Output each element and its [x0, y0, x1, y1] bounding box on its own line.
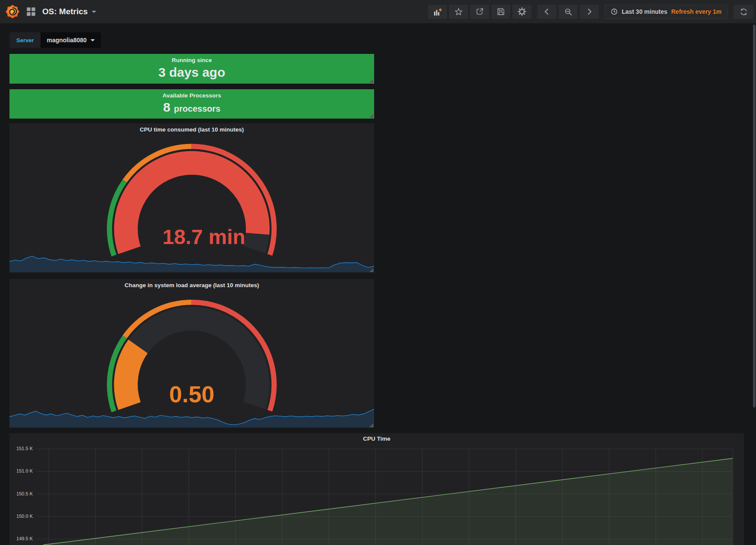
- panel-load-average-gauge: 0.50 Change in system load average (last…: [9, 279, 374, 428]
- panel-cpu-time-gauge: 18.7 min CPU time consumed (last 10 minu…: [9, 123, 374, 273]
- panel-title[interactable]: CPU time consumed (last 10 minutes): [9, 123, 374, 133]
- panel-cpu-time-chart: CPU Time 151.5 K 151.0 K 150.5 K 150.0 K…: [9, 433, 744, 545]
- refresh-button[interactable]: [734, 5, 753, 19]
- grafana-dashboard: { "navbar": { "title": "OS: Metrics", "t…: [0, 0, 756, 545]
- gear-icon: [518, 7, 526, 16]
- panel-title[interactable]: Running since: [9, 54, 374, 63]
- share-button[interactable]: [470, 5, 489, 19]
- panel-available-processors: Available Processors 8 processors: [9, 89, 374, 119]
- variable-server-label: Server: [9, 32, 41, 48]
- zoom-out-button[interactable]: [559, 5, 578, 19]
- time-back-button[interactable]: [537, 5, 556, 19]
- panel-resize-handle[interactable]: [369, 114, 373, 118]
- clock-icon: [611, 8, 618, 15]
- y-axis-tick: 151.5 K: [9, 446, 33, 451]
- save-icon: [497, 7, 505, 16]
- gauge-value: 18.7 min: [162, 226, 245, 248]
- y-axis-tick: 151.0 K: [9, 468, 33, 473]
- dashboard-picker-button[interactable]: [26, 7, 36, 16]
- y-axis-tick: 149.5 K: [9, 536, 33, 541]
- add-panel-icon: [433, 7, 442, 16]
- save-button[interactable]: [491, 5, 510, 19]
- panel-title[interactable]: Change in system load average (last 10 m…: [9, 279, 374, 288]
- navbar: OS: Metrics: [0, 0, 756, 23]
- stat-value: 3 days ago: [9, 65, 374, 80]
- star-icon: [454, 7, 463, 16]
- time-forward-button[interactable]: [580, 5, 599, 19]
- panel-resize-handle[interactable]: [369, 423, 373, 427]
- cpu-time-plot[interactable]: [9, 433, 744, 545]
- time-range-label: Last 30 minutes: [622, 8, 667, 15]
- panel-title[interactable]: Available Processors: [9, 89, 374, 99]
- star-button[interactable]: [449, 5, 468, 19]
- grafana-logo[interactable]: [5, 4, 20, 19]
- refresh-interval-label: Refresh every 1m: [671, 8, 722, 15]
- dashboard-title[interactable]: OS: Metrics: [42, 7, 96, 16]
- y-axis-tick: 150.5 K: [9, 491, 33, 496]
- stat-value: 8 processors: [9, 100, 374, 115]
- zoom-out-icon: [564, 8, 572, 16]
- chevron-left-icon: [543, 8, 551, 16]
- gauge-value: 0.50: [169, 381, 214, 407]
- stat-number: 8: [163, 100, 171, 114]
- chart-title[interactable]: CPU Time: [9, 435, 744, 442]
- settings-button[interactable]: [512, 5, 531, 19]
- variable-server-dropdown[interactable]: magnolia8080: [41, 32, 101, 48]
- stat-suffix: processors: [174, 104, 221, 113]
- panel-resize-handle[interactable]: [369, 268, 373, 272]
- time-range-button[interactable]: Last 30 minutes Refresh every 1m: [605, 5, 728, 19]
- variable-server-value: magnolia8080: [47, 37, 87, 44]
- y-axis-tick: 150.0 K: [9, 514, 33, 519]
- panel-resize-handle[interactable]: [369, 79, 373, 83]
- share-icon: [475, 7, 484, 16]
- scrollbar-thumb[interactable]: [753, 25, 756, 407]
- template-variable-server: Server magnolia8080: [9, 32, 101, 48]
- load-gauge: 0.50: [9, 279, 374, 428]
- dropdown-caret-icon: [91, 39, 95, 41]
- dashboard-title-text: OS: Metrics: [42, 7, 88, 16]
- panel-running-since: Running since 3 days ago: [9, 54, 374, 84]
- add-panel-button[interactable]: [428, 5, 447, 19]
- refresh-icon: [740, 8, 748, 16]
- apps-icon: [26, 7, 36, 16]
- chevron-right-icon: [585, 8, 593, 16]
- cpu-gauge: 18.7 min: [9, 123, 374, 273]
- caret-down-icon: [92, 11, 96, 13]
